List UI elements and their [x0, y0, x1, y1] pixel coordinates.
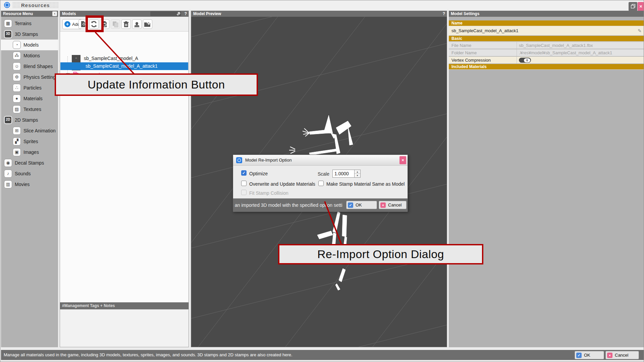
dialog-titlebar: Model Re-Import Option × — [233, 155, 408, 166]
new-item-button[interactable] — [78, 19, 88, 29]
dialog-close-icon[interactable]: × — [399, 156, 406, 164]
dialog-status-strip: an imported 3D model with the specified … — [233, 198, 408, 212]
ok-check-icon: ✓ — [576, 353, 582, 358]
copy-button[interactable] — [111, 19, 120, 29]
physics-settings-icon: ⚙ — [13, 73, 21, 81]
sidebar-item-slice-animation[interactable]: ⊞ Slice Animation — [1, 125, 58, 136]
fit-stamp-collision-checkbox[interactable] — [241, 190, 247, 195]
file-name-row: File Name sb_SampleCast_model_A_attack1.… — [449, 42, 644, 49]
update-information-button[interactable] — [89, 19, 99, 29]
resource-menu-header: Resource Menu ‹ — [1, 11, 58, 17]
vertex-compression-toggle[interactable]: 0 — [519, 58, 531, 63]
resource-menu-items: ▦ Terrains 3D 3D Stamps ◔ Models ⁂ Motio… — [1, 18, 58, 190]
model-settings-header: Model Settings — [449, 11, 644, 17]
window-cancel-button[interactable]: × Cancel — [605, 351, 639, 359]
resource-menu-title: Resource Menu — [3, 11, 33, 16]
management-tags-bar: #Management Tags + Notes — [60, 302, 189, 309]
add-plus-icon: + — [64, 21, 70, 27]
sidebar-item-particles[interactable]: ∴ Particles — [1, 82, 58, 93]
sidebar-item-2d-stamps[interactable]: 2D 2D Stamps — [1, 115, 58, 125]
vertex-compression-row: Vertex Compression 0 — [449, 57, 644, 64]
sidebar-item-textures[interactable]: ▨ Textures — [1, 104, 58, 115]
window-ok-button[interactable]: ✓ OK — [575, 351, 604, 359]
window-title: Resources — [12, 2, 59, 9]
model-preview-title: Model Preview — [193, 11, 221, 16]
spinner-down-icon[interactable]: ▼ — [355, 174, 360, 177]
scale-input[interactable]: 1.0000 — [332, 170, 355, 178]
ok-check-icon: ✓ — [348, 202, 353, 208]
tree-row-model-a-attack1[interactable]: sb_SampleCast_model_A_attack1 — [60, 62, 188, 70]
export-button[interactable] — [143, 19, 152, 29]
model-reimport-dialog: Model Re-Import Option × ✓ Optimize Scal… — [233, 155, 408, 212]
model-settings-panel: Model Settings Name sb_SampleCast_model_… — [449, 11, 644, 347]
sidebar-item-images[interactable]: ▣ Images — [1, 147, 58, 158]
slice-animation-icon: ⊞ — [13, 127, 21, 135]
model-name-field[interactable]: sb_SampleCast_model_A_attack1 ✎ — [449, 26, 644, 36]
blend-shapes-icon: ☺ — [13, 62, 21, 70]
window-titlebar: Resources × — [0, 0, 644, 10]
sounds-icon: ♪ — [4, 170, 12, 178]
sidebar-item-sprites[interactable]: ▞ Sprites — [1, 136, 58, 147]
models-tree: + sb_SampleCast_model_A sb_SampleCast_mo… — [60, 32, 189, 302]
sprites-icon: ▞ — [13, 137, 21, 145]
sidebar-item-physics-settings[interactable]: ⚙ Physics Settings — [1, 72, 58, 82]
dialog-cancel-button[interactable]: × Cancel — [379, 201, 407, 209]
make-stamp-material-checkbox[interactable] — [318, 181, 324, 186]
spinner-up-icon[interactable]: ▲ — [355, 170, 360, 174]
model-preview-header: Model Preview ? — [191, 11, 447, 17]
models-panel-title: Models — [62, 11, 76, 16]
models-panel: Models ? + Add + s — [60, 11, 189, 347]
collapse-sidebar-icon[interactable]: ‹ — [52, 11, 57, 16]
optimize-checkbox[interactable]: ✓ — [241, 170, 247, 176]
dialog-ok-button[interactable]: ✓ OK — [346, 201, 377, 209]
images-icon: ▣ — [13, 148, 21, 156]
update-information-annotation: Update Information Button — [55, 73, 258, 96]
cancel-x-icon: × — [607, 353, 612, 358]
scale-spinner[interactable]: ▲ ▼ — [355, 170, 361, 178]
search-input[interactable] — [150, 11, 181, 16]
cancel-x-icon: × — [380, 202, 386, 208]
dialog-title: Model Re-Import Option — [245, 155, 292, 166]
folder-name-row: Folder Name .¥res¥model¥sb_SampleCast_mo… — [449, 49, 644, 56]
decal-stamps-icon: ◉ — [4, 159, 12, 167]
edit-pencil-icon[interactable]: ✎ — [638, 26, 642, 36]
dialog-app-icon — [236, 157, 242, 163]
movies-icon: ▥ — [4, 180, 12, 188]
overwrite-materials-checkbox[interactable] — [241, 181, 247, 186]
sidebar-item-movies[interactable]: ▥ Movies — [1, 179, 58, 190]
scale-label: Scale — [318, 171, 329, 177]
search-icon — [178, 12, 180, 14]
sidebar-item-motions[interactable]: ⁂ Motions — [1, 50, 58, 61]
tree-row-model-a[interactable]: sb_SampleCast_model_A — [60, 55, 188, 62]
delete-button[interactable] — [121, 19, 131, 29]
sidebar-item-decal-stamps[interactable]: ◉ Decal Stamps — [1, 158, 58, 168]
restore-window-button[interactable] — [629, 2, 637, 11]
sidebar-item-blend-shapes[interactable]: ☺ Blend Shapes — [1, 61, 58, 72]
reimport-dialog-annotation: Re-Import Option Dialog — [278, 244, 483, 264]
window-status-bar: Manage all materials used in the game, i… — [1, 350, 644, 360]
models-help-button[interactable]: ? — [184, 11, 187, 17]
2d-stamps-icon: 2D — [4, 116, 12, 124]
particles-icon: ∴ — [13, 84, 21, 92]
motions-icon: ⁂ — [13, 52, 21, 60]
sidebar-item-sounds[interactable]: ♪ Sounds — [1, 168, 58, 179]
reimport-button[interactable] — [100, 19, 109, 29]
sidebar-item-terrains[interactable]: ▦ Terrains — [1, 18, 58, 29]
close-window-button[interactable]: × — [638, 2, 644, 11]
models-toolbar: + Add — [60, 17, 189, 32]
included-materials-section-header: Included Materials — [449, 64, 644, 70]
name-section-header: Name — [449, 20, 644, 26]
app-logo-icon — [4, 2, 10, 8]
textures-icon: ▨ — [13, 105, 21, 113]
sidebar-item-models[interactable]: ◔ Models — [1, 40, 58, 50]
stamp-button[interactable] — [132, 19, 142, 29]
sidebar-item-3d-stamps[interactable]: 3D 3D Stamps — [1, 29, 58, 40]
sidebar-item-materials[interactable]: ● Materials — [1, 93, 58, 104]
materials-icon: ● — [13, 95, 21, 103]
basic-section-header: Basic — [449, 36, 644, 42]
preview-help-button[interactable]: ? — [443, 11, 445, 17]
notes-area[interactable] — [60, 309, 189, 347]
resource-menu-panel: Resource Menu ‹ ▦ Terrains 3D 3D Stamps … — [1, 11, 58, 347]
models-panel-header: Models ? — [60, 11, 189, 17]
dialog-status-text: an imported 3D model with the specified … — [235, 198, 345, 212]
